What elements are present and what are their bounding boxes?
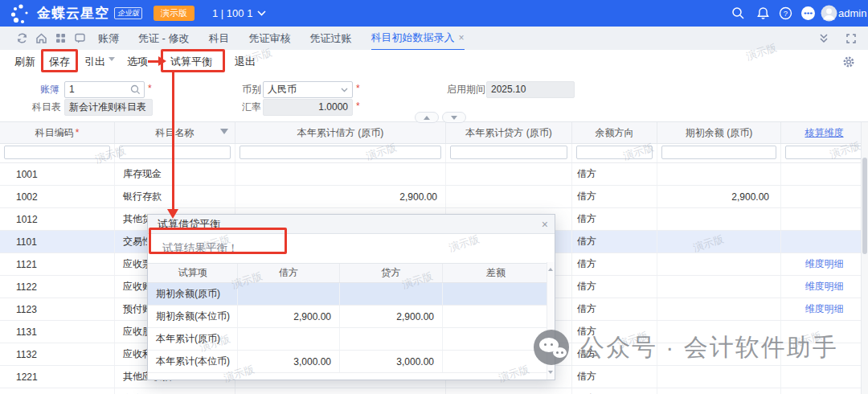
tab-1[interactable]: 凭证 - 修改: [138, 27, 190, 50]
cell-dimension-link[interactable]: [781, 186, 868, 207]
apps-grid-icon[interactable]: [55, 32, 67, 44]
dialog-row[interactable]: 本年累计(本位币)3,000.003,000.00: [148, 351, 555, 373]
cell-code[interactable]: 1012: [0, 208, 115, 230]
message-icon[interactable]: [74, 32, 86, 44]
search-icon[interactable]: [731, 6, 745, 20]
column-header-1[interactable]: 科目名称: [115, 122, 235, 143]
collapse-tabs-icon[interactable]: [818, 33, 830, 45]
scroll-up-icon[interactable]: [548, 265, 553, 271]
column-header-0[interactable]: 科目编码*: [0, 122, 115, 143]
sync-icon[interactable]: [16, 32, 28, 44]
cell-direction[interactable]: 借方: [572, 321, 657, 343]
cell-direction[interactable]: 借方: [572, 231, 657, 252]
tab-3[interactable]: 凭证审核: [249, 27, 291, 50]
dialog-row[interactable]: 本年累计(原币): [148, 328, 555, 351]
scroll-down-icon[interactable]: [548, 371, 553, 376]
cell-direction[interactable]: 借方: [572, 186, 657, 207]
table-row-1221.01[interactable]: 1221.01客户往来借方维度明细: [0, 388, 868, 394]
cell-opening-balance[interactable]: [657, 298, 781, 320]
cell-code[interactable]: 1122: [0, 276, 115, 298]
tab-close-icon[interactable]: ×: [459, 32, 465, 43]
column-header-5[interactable]: 期初余额 (原币): [657, 122, 781, 143]
cell-dimension-link[interactable]: 维度明细: [781, 276, 868, 298]
cell-direction[interactable]: 借方: [572, 253, 657, 275]
options-button[interactable]: 选项: [127, 50, 148, 74]
cell-code[interactable]: 1123: [0, 298, 115, 320]
fullscreen-icon[interactable]: [845, 33, 858, 45]
cell-code[interactable]: 1121: [0, 253, 115, 275]
cell-dimension-link[interactable]: [781, 321, 868, 343]
collapse-panel-button[interactable]: [415, 112, 439, 123]
cell-opening-balance[interactable]: [657, 163, 781, 185]
export-button[interactable]: 引出: [84, 50, 115, 74]
cell-dimension-link[interactable]: [781, 231, 868, 252]
tab-5[interactable]: 科目初始数据录入×: [371, 26, 465, 51]
account-switcher[interactable]: 1 | 100 1: [212, 7, 266, 19]
cell-code[interactable]: 1221.01: [0, 388, 115, 394]
column-filter-input-0[interactable]: [4, 146, 110, 159]
tab-2[interactable]: 科目: [209, 27, 230, 50]
refresh-button[interactable]: 刷新: [14, 50, 35, 74]
home-icon[interactable]: [35, 32, 47, 44]
cell-opening-balance[interactable]: [657, 276, 781, 298]
username-label[interactable]: admin: [838, 7, 866, 19]
notification-bell-icon[interactable]: [756, 6, 770, 20]
settings-gear-icon[interactable]: [842, 55, 855, 68]
cell-opening-balance[interactable]: [657, 231, 781, 252]
avatar[interactable]: [821, 5, 834, 18]
cell-dimension-link[interactable]: [781, 366, 868, 388]
column-filter-input-1[interactable]: [119, 146, 231, 159]
cell-code[interactable]: 1132: [0, 343, 115, 365]
cell-opening-balance[interactable]: 2,900.00: [657, 186, 781, 207]
column-filter-input-3[interactable]: [450, 146, 567, 159]
cell-name[interactable]: 银行存款: [115, 186, 235, 207]
cell-name[interactable]: 库存现金: [115, 163, 235, 185]
column-filter-input-5[interactable]: [661, 146, 776, 159]
cell-dimension-link[interactable]: [781, 208, 868, 230]
cell-ytd-debit[interactable]: [235, 388, 446, 394]
cell-opening-balance[interactable]: [657, 321, 781, 343]
assistant-icon[interactable]: [800, 6, 814, 19]
vertical-scrollbar[interactable]: [861, 122, 868, 394]
cell-direction[interactable]: 借方: [572, 343, 657, 365]
cell-ytd-credit[interactable]: [446, 163, 572, 185]
column-filter-input-4[interactable]: [576, 146, 653, 159]
dialog-close-icon[interactable]: ×: [542, 216, 548, 232]
cell-code[interactable]: 1131: [0, 321, 115, 343]
cell-code[interactable]: 1221: [0, 366, 115, 388]
cell-ytd-debit[interactable]: [235, 163, 446, 185]
lookup-magnifier-icon[interactable]: [130, 84, 141, 95]
cell-dimension-link[interactable]: [781, 163, 868, 185]
column-header-2[interactable]: 本年累计借方 (原币): [235, 122, 446, 143]
tab-4[interactable]: 凭证过账: [310, 27, 352, 50]
cell-dimension-link[interactable]: [781, 343, 868, 365]
cell-opening-balance[interactable]: [657, 343, 781, 365]
cell-code[interactable]: 1002: [0, 186, 115, 207]
cell-direction[interactable]: 借方: [572, 366, 657, 388]
column-header-4[interactable]: 余额方向: [572, 122, 657, 143]
cell-direction[interactable]: 借方: [572, 163, 657, 185]
cell-opening-balance[interactable]: [657, 366, 781, 388]
cell-dimension-link[interactable]: 维度明细: [781, 388, 868, 394]
ledger-input[interactable]: 1: [64, 81, 145, 98]
cell-dimension-link[interactable]: 维度明细: [781, 298, 868, 320]
cell-direction[interactable]: 借方: [572, 388, 657, 394]
help-icon[interactable]: ?: [779, 6, 792, 20]
scrollbar-thumb[interactable]: [862, 158, 867, 254]
dialog-scrollbar[interactable]: [547, 262, 555, 380]
filter-funnel-icon[interactable]: [220, 129, 228, 138]
tab-0[interactable]: 账簿: [98, 27, 119, 50]
cell-code[interactable]: 1001: [0, 163, 115, 185]
expand-panel-button[interactable]: [442, 112, 466, 123]
exit-button[interactable]: 退出: [235, 50, 256, 74]
cell-code[interactable]: 1101: [0, 231, 115, 252]
cell-opening-balance[interactable]: [657, 253, 781, 275]
cell-ytd-credit[interactable]: [446, 388, 572, 394]
cell-direction[interactable]: 借方: [572, 208, 657, 230]
cell-ytd-debit[interactable]: 2,900.00: [235, 186, 446, 207]
column-header-6[interactable]: 核算维度: [781, 122, 868, 143]
dialog-row[interactable]: 期初余额(本位币)2,900.002,900.00: [148, 306, 555, 328]
cell-opening-balance[interactable]: [657, 208, 781, 230]
cell-ytd-credit[interactable]: [446, 186, 572, 207]
dialog-row[interactable]: 期初余额(原币): [148, 283, 555, 306]
